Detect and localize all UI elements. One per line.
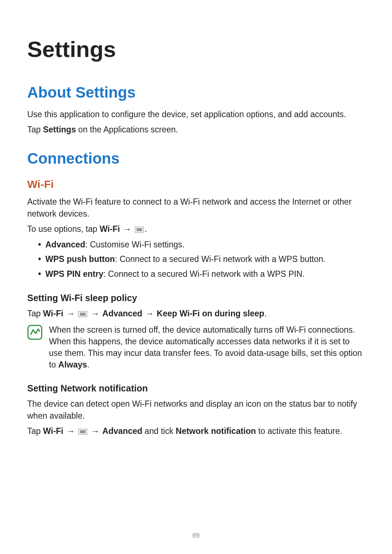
keep-wifi-bold: Keep Wi-Fi on during sleep <box>157 309 264 318</box>
bullet-rest: : Customise Wi-Fi settings. <box>85 240 185 249</box>
list-item: WPS push button: Connect to a secured Wi… <box>38 253 365 266</box>
bullet-rest: : Connect to a secured Wi-Fi network wit… <box>103 269 305 279</box>
wifi-bold: Wi-Fi <box>43 309 63 318</box>
wifi-options-list: Advanced: Customise Wi-Fi settings. WPS … <box>27 238 365 280</box>
network-notification-heading: Setting Network notification <box>27 383 365 394</box>
text-fragment: on the Applications screen. <box>76 125 178 134</box>
wifi-paragraph-1: Activate the Wi-Fi feature to connect to… <box>27 196 365 219</box>
menu-icon <box>78 426 87 432</box>
settings-bold: Settings <box>43 125 76 134</box>
menu-icon <box>135 224 144 230</box>
about-settings-paragraph-1: Use this application to configure the de… <box>27 108 365 120</box>
text-fragment: Tap <box>27 309 43 318</box>
text-fragment: Tap <box>27 426 43 436</box>
arrow-icon: → <box>66 308 75 319</box>
wifi-bold: Wi-Fi <box>99 224 120 234</box>
text-fragment: To use options, tap <box>27 224 99 234</box>
network-notification-bold: Network notification <box>176 426 256 436</box>
wifi-bold: Wi-Fi <box>43 426 63 436</box>
arrow-icon: → <box>91 425 99 437</box>
bullet-rest: : Connect to a secured Wi-Fi network wit… <box>115 254 326 264</box>
text-fragment: to activate this feature. <box>256 426 342 436</box>
list-item: Advanced: Customise Wi-Fi settings. <box>38 238 365 251</box>
text-fragment: Tap <box>27 125 43 134</box>
text-fragment: and tick <box>142 426 176 436</box>
network-notification-path: Tap Wi-Fi → → Advanced and tick Network … <box>27 425 365 437</box>
note-block: When the screen is turned off, the devic… <box>27 324 365 371</box>
bullet-bold: WPS PIN entry <box>45 269 103 279</box>
arrow-icon: → <box>145 308 154 319</box>
arrow-icon: → <box>123 223 131 235</box>
advanced-bold: Advanced <box>102 309 142 318</box>
note-text: When the screen is turned off, the devic… <box>49 324 365 371</box>
wifi-sleep-path: Tap Wi-Fi → → Advanced → Keep Wi-Fi on d… <box>27 308 365 319</box>
text-fragment: . <box>87 360 89 369</box>
list-item: WPS PIN entry: Connect to a secured Wi-F… <box>38 268 365 280</box>
wifi-sleep-heading: Setting Wi-Fi sleep policy <box>27 293 365 303</box>
note-icon <box>27 325 42 341</box>
section-about-settings-heading: About Settings <box>27 84 365 101</box>
page-title: Settings <box>27 36 365 62</box>
always-bold: Always <box>58 360 87 369</box>
arrow-icon: → <box>91 308 99 319</box>
page-number: 89 <box>0 532 392 539</box>
section-connections-heading: Connections <box>27 150 365 167</box>
bullet-bold: WPS push button <box>45 254 115 264</box>
text-fragment: . <box>144 224 147 234</box>
wifi-heading: Wi-Fi <box>27 178 365 190</box>
arrow-icon: → <box>66 425 75 437</box>
network-notification-paragraph-1: The device can detect open Wi-Fi network… <box>27 398 365 421</box>
wifi-options-line: To use options, tap Wi-Fi → . <box>27 223 365 235</box>
bullet-bold: Advanced <box>45 240 85 249</box>
note-text-body: When the screen is turned off, the devic… <box>49 325 362 370</box>
about-settings-paragraph-2: Tap Settings on the Applications screen. <box>27 124 365 135</box>
advanced-bold: Advanced <box>102 426 142 436</box>
menu-icon <box>78 308 87 314</box>
text-fragment: . <box>264 309 266 318</box>
